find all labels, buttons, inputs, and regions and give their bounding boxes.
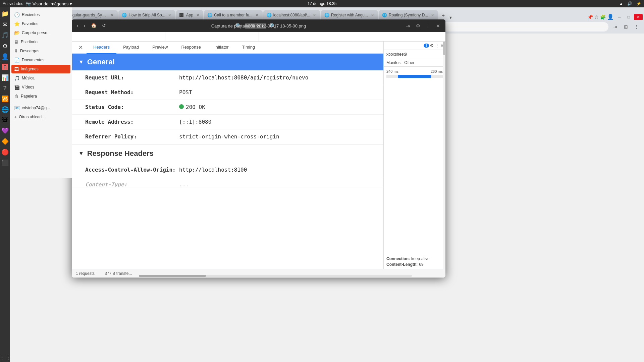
file-item-imagenes[interactable]: 🖼 Imágenes: [11, 65, 70, 73]
app-icon-grid[interactable]: ⋮⋮: [0, 352, 12, 362]
referrer-policy-label: Referrer Policy:: [85, 133, 179, 140]
image-viewer-titlebar: ‹ › 🏠 ↺ 🔍 300 % ▾ 🔍 Captura de pantalla …: [72, 19, 445, 32]
timing-bar: [398, 75, 432, 78]
tab-close-strip[interactable]: ✕: [167, 13, 172, 17]
imagenes-icon: 🖼: [14, 66, 19, 72]
window-close-button[interactable]: ✕: [433, 21, 443, 31]
file-item-carpeta[interactable]: 📂 Carpeta perso...: [11, 28, 70, 37]
app-icon-help[interactable]: ?: [2, 83, 8, 93]
tab-label-app: App: [186, 13, 193, 17]
file-item-email[interactable]: 📧 cristohp74@g...: [11, 104, 70, 112]
col-header-1: [72, 32, 165, 41]
devtools-tab-timing[interactable]: Timing: [235, 42, 262, 54]
escritorio-label: Escritorio: [21, 40, 38, 44]
tab-strip[interactable]: 🌐 How to Strip All Sp... ✕: [118, 10, 175, 20]
file-item-musica[interactable]: 🎵 Música: [11, 74, 70, 82]
viewer-home-button[interactable]: 🏠: [89, 23, 99, 29]
tab-close-app[interactable]: ✕: [195, 13, 200, 17]
bottom-scrollbar-thumb[interactable]: [139, 275, 206, 277]
new-tab-button[interactable]: +: [439, 11, 447, 20]
app-icon-vscode[interactable]: 🆚: [0, 94, 10, 104]
viewer-forward-button[interactable]: ›: [82, 23, 87, 29]
taskbar: Actividades 📷 Visor de imágenes ▾ 17 de …: [0, 0, 644, 7]
app-icon-settings[interactable]: ⚙: [1, 41, 9, 51]
file-item-videos[interactable]: 🎬 Vídeos: [11, 83, 70, 92]
file-item-recientes[interactable]: 🕐 Recientes: [11, 10, 70, 19]
devtools-tab-initiator[interactable]: Initiator: [208, 42, 235, 54]
file-item-other[interactable]: + Otras ubicaci...: [11, 113, 70, 121]
menu-button[interactable]: ⋮: [632, 22, 641, 32]
tab-close-localhost[interactable]: ✕: [312, 13, 317, 17]
tab-label-register: Register with Angu...: [331, 13, 368, 17]
devtools-tab-headers[interactable]: Headers: [87, 42, 116, 54]
browser-bookmark-icon[interactable]: ☆: [594, 14, 599, 20]
tab-favicon-register: 🌐: [324, 13, 329, 17]
share-button[interactable]: ⇥: [610, 22, 620, 32]
tab-localhost[interactable]: 🌐 localhost:8080/api/... ✕: [263, 10, 320, 20]
panel-tab-other[interactable]: Other: [404, 60, 414, 65]
settings-icon[interactable]: ⚙: [413, 21, 423, 31]
app-icon-chrome[interactable]: 🌐: [0, 105, 10, 115]
file-item-escritorio[interactable]: 🖥 Escritorio: [11, 38, 70, 46]
tab-favicon-app: 🅰: [179, 13, 184, 17]
right-scrollbar-thumb[interactable]: [443, 42, 445, 55]
app-icon-store[interactable]: 🅰: [1, 62, 9, 72]
app-icon-files[interactable]: 📁: [0, 9, 10, 19]
network-icon: ▲: [619, 1, 623, 6]
share-icon[interactable]: ⇥: [403, 21, 413, 31]
app-icon-contacts[interactable]: 👤: [0, 52, 10, 62]
tab-close-call[interactable]: ✕: [255, 13, 259, 17]
connection-label: Connection:: [386, 256, 410, 261]
overflow-icon[interactable]: ⋮: [423, 21, 433, 31]
activities-label[interactable]: Actividades: [3, 1, 23, 6]
tab-call[interactable]: 🌐 Call to a member fu... ✕: [204, 10, 263, 20]
bottom-scrollbar[interactable]: [139, 275, 412, 277]
app-icon-git[interactable]: 🔴: [0, 147, 10, 157]
right-scrollbar-track[interactable]: [443, 42, 445, 269]
browser-extension-icon[interactable]: 🧩: [600, 14, 606, 20]
app-icon-music[interactable]: 🎵: [0, 30, 10, 40]
browser-minimize-btn[interactable]: ─: [615, 14, 624, 20]
tab-close-angular[interactable]: ✕: [110, 13, 114, 17]
tab-register[interactable]: 🌐 Register with Angu... ✕: [321, 10, 378, 20]
panel-tab-manifest[interactable]: Manifest: [386, 60, 401, 65]
timing-chart: 240 ms 260 ms: [384, 67, 445, 81]
tab-close-register[interactable]: ✕: [370, 13, 375, 17]
app-icon-team[interactable]: 📊: [0, 73, 10, 83]
tab-label-call: Call to a member fu...: [214, 13, 253, 17]
file-item-papelera[interactable]: 🗑 Papelera: [11, 92, 70, 101]
app-sidebar: 📁 ✉ 🎵 ⚙ 👤 🅰 📊 ? 🆚 🌐 🖼 💜 🔶 🔴 ⬛ ⋮⋮: [0, 7, 10, 362]
devtools-tab-payload[interactable]: Payload: [116, 42, 146, 54]
panel-more-icon[interactable]: ⋮: [435, 43, 439, 48]
tab-overflow-chevron[interactable]: ▾: [449, 15, 452, 20]
browser-actions: ⇥ ⊞ ⋮: [610, 22, 641, 32]
favoritos-icon: ⭐: [14, 21, 20, 26]
devtools-tab-preview[interactable]: Preview: [146, 42, 174, 54]
app-icon-image[interactable]: 🖼: [1, 115, 9, 125]
panel-settings-icon[interactable]: ⚙: [430, 43, 434, 48]
tab-routing[interactable]: 🌐 Routing (Symfony D... ✕: [379, 10, 438, 20]
documentos-label: Documentos: [22, 58, 44, 62]
app-icon-mail[interactable]: ✉: [1, 19, 9, 29]
taskbar-left: Actividades 📷 Visor de imágenes ▾: [3, 1, 72, 6]
app-icon-teams[interactable]: 💜: [0, 126, 10, 136]
tab-app[interactable]: 🅰 App ✕: [176, 10, 203, 20]
file-item-favoritos[interactable]: ⭐ Favoritos: [11, 19, 70, 28]
file-item-descargas[interactable]: ⬇ Descargas: [11, 47, 70, 55]
grid-button[interactable]: ⊞: [621, 22, 631, 32]
app-icon-vlc[interactable]: 🔶: [0, 136, 10, 146]
browser-close-btn[interactable]: ✕: [634, 14, 643, 20]
browser-pin-icon[interactable]: 📌: [587, 14, 593, 20]
browser-maximize-btn[interactable]: □: [625, 14, 633, 20]
timing-labels: 240 ms 260 ms: [386, 69, 443, 73]
devtools-tab-response[interactable]: Response: [174, 42, 208, 54]
tab-close-routing[interactable]: ✕: [430, 13, 435, 17]
viewer-back-button[interactable]: ‹: [74, 23, 80, 29]
file-item-documentos[interactable]: 📄 Documentos: [11, 56, 70, 64]
viewer-reload-button[interactable]: ↺: [100, 23, 108, 29]
devtools-tab-timing-label: Timing: [242, 45, 255, 50]
app-icon-terminal[interactable]: ⬛: [0, 158, 10, 168]
devtools-panel-close[interactable]: ✕: [74, 42, 87, 54]
browser-avatar-icon[interactable]: 👤: [607, 14, 614, 20]
tab-label-localhost: localhost:8080/api/...: [273, 13, 310, 17]
